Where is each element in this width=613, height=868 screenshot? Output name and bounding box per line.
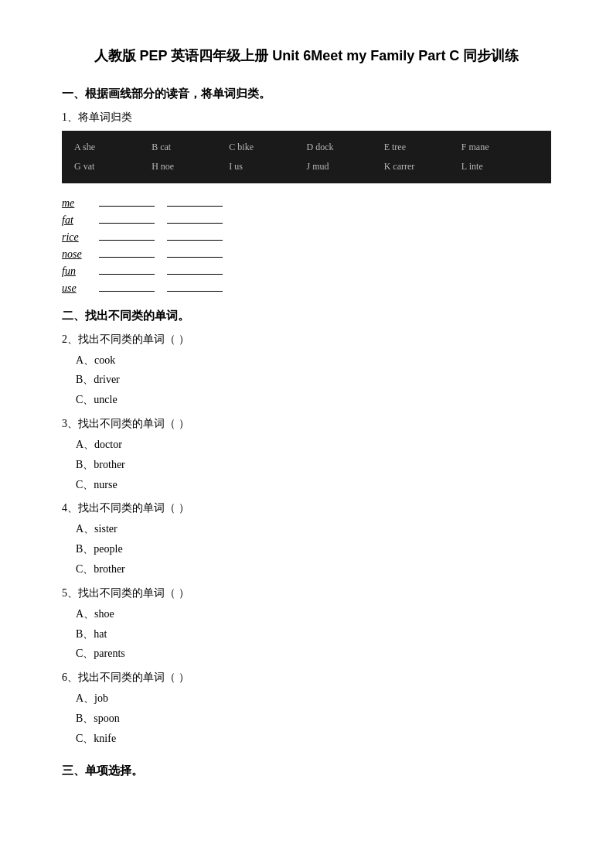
option-6-a[interactable]: A、job (76, 689, 551, 708)
question-6: 6、找出不同类的单词（ ） A、job B、spoon C、knife (62, 671, 551, 747)
grid-word-8: H noe (152, 158, 229, 176)
section3: 三、单项选择。 (62, 764, 551, 778)
question-5: 5、找出不同类的单词（ ） A、shoe B、hat C、parents (62, 586, 551, 663)
grid-word-4: D dock (306, 138, 383, 156)
word-grid: A she B cat C bike D dock E tree F mane … (62, 131, 551, 183)
fill-row-rice: rice (62, 231, 551, 244)
option-6-b[interactable]: B、spoon (76, 709, 551, 728)
option-4-c[interactable]: C、brother (76, 560, 551, 579)
option-3-a[interactable]: A、doctor (76, 436, 551, 454)
option-4-a[interactable]: A、sister (76, 520, 551, 538)
section3-title: 三、单项选择。 (62, 764, 551, 778)
fill-word-rice: rice (62, 231, 90, 244)
section2-title: 二、找出不同类的单词。 (62, 309, 551, 323)
fill-blank-nose-1[interactable] (99, 257, 155, 258)
fill-blank-rice-2[interactable] (167, 240, 223, 241)
fill-word-me: me (62, 197, 90, 210)
fill-blank-fun-1[interactable] (99, 274, 155, 275)
fill-row-nose: nose (62, 248, 551, 261)
fill-blank-nose-2[interactable] (167, 257, 223, 258)
fill-blank-fun-2[interactable] (167, 274, 223, 275)
question-5-label: 5、找出不同类的单词（ ） (62, 586, 551, 600)
question-6-label: 6、找出不同类的单词（ ） (62, 671, 551, 685)
option-2-c[interactable]: C、uncle (76, 391, 551, 409)
option-3-c[interactable]: C、nurse (76, 476, 551, 494)
fill-blank-fat-2[interactable] (167, 223, 223, 224)
question-2: 2、找出不同类的单词（ ） A、cook B、driver C、uncle (62, 333, 551, 409)
grid-word-1: A she (74, 138, 152, 156)
fill-word-fat: fat (62, 214, 90, 227)
option-5-a[interactable]: A、shoe (76, 605, 551, 624)
fill-rows: me fat rice nose fun use (62, 197, 551, 295)
fill-row-use: use (62, 282, 551, 295)
grid-word-6: F mane (461, 138, 539, 156)
option-3-b[interactable]: B、brother (76, 456, 551, 474)
fill-word-use: use (62, 282, 90, 295)
grid-word-12: L inte (461, 158, 539, 176)
fill-row-fun: fun (62, 265, 551, 278)
fill-blank-use-2[interactable] (167, 291, 223, 292)
option-5-b[interactable]: B、hat (76, 625, 551, 644)
option-2-a[interactable]: A、cook (76, 351, 551, 370)
section1-sub: 1、将单词归类 (62, 111, 551, 125)
section1-title: 一、根据画线部分的读音，将单词归类。 (62, 87, 551, 101)
question-2-label: 2、找出不同类的单词（ ） (62, 333, 551, 347)
grid-word-9: I us (229, 158, 306, 176)
grid-word-11: K carrer (384, 158, 461, 176)
fill-blank-fat-1[interactable] (99, 223, 155, 224)
grid-word-10: J mud (306, 158, 383, 176)
section1: 一、根据画线部分的读音，将单词归类。 1、将单词归类 A she B cat C… (62, 87, 551, 295)
option-6-c[interactable]: C、knife (76, 730, 551, 748)
fill-blank-me-2[interactable] (167, 206, 223, 207)
fill-blank-use-1[interactable] (99, 291, 155, 292)
grid-word-7: G vat (74, 158, 152, 176)
fill-word-nose: nose (62, 248, 90, 261)
page-title: 人教版 PEP 英语四年级上册 Unit 6Meet my Family Par… (62, 46, 551, 65)
option-2-b[interactable]: B、driver (76, 371, 551, 389)
section2: 二、找出不同类的单词。 2、找出不同类的单词（ ） A、cook B、drive… (62, 309, 551, 748)
question-3-label: 3、找出不同类的单词（ ） (62, 417, 551, 431)
question-4: 4、找出不同类的单词（ ） A、sister B、people C、brothe… (62, 501, 551, 578)
fill-blank-me-1[interactable] (99, 206, 155, 207)
fill-row-me: me (62, 197, 551, 210)
grid-word-2: B cat (152, 138, 229, 156)
question-3: 3、找出不同类的单词（ ） A、doctor B、brother C、nurse (62, 417, 551, 494)
grid-word-3: C bike (229, 138, 306, 156)
option-4-b[interactable]: B、people (76, 540, 551, 559)
fill-row-fat: fat (62, 214, 551, 227)
option-5-c[interactable]: C、parents (76, 644, 551, 663)
grid-word-5: E tree (384, 138, 461, 156)
fill-blank-rice-1[interactable] (99, 240, 155, 241)
question-4-label: 4、找出不同类的单词（ ） (62, 501, 551, 515)
fill-word-fun: fun (62, 265, 90, 278)
